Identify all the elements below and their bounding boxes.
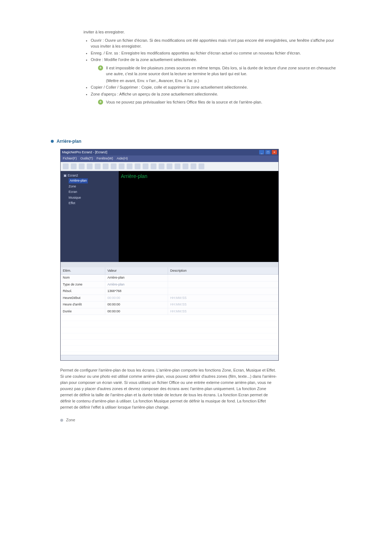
section-heading: Arrière-plan	[51, 138, 341, 145]
bullet-list-2: Copier / Coller / Supprimer : Copie, col…	[51, 84, 341, 97]
workspace: ▣ Ecran2 Arrière-plan Zone Ecran Musique…	[61, 171, 278, 262]
toolbar-button[interactable]	[127, 163, 132, 169]
maximize-icon[interactable]: □	[265, 150, 270, 154]
toolbar	[61, 162, 278, 171]
toolbar-button[interactable]	[79, 163, 85, 169]
col-element: Elém.	[61, 267, 105, 275]
toolbar-button[interactable]	[71, 163, 77, 169]
tree-item[interactable]: Ecran	[69, 189, 116, 195]
canvas-label: Arrière-plan	[121, 173, 147, 180]
toolbar-button[interactable]	[191, 163, 196, 169]
menubar: Fichier(F) Outils(T) Fenêtre(W) Aide(H)	[61, 155, 278, 162]
note-plus-icon: Vous ne pouvez pas prévisualiser les fic…	[98, 99, 341, 105]
tree-item-selected[interactable]: Arrière-plan	[69, 178, 116, 184]
table-row[interactable]: NomArrière-plan	[61, 275, 278, 281]
col-description: Description	[168, 267, 278, 275]
toolbar-button[interactable]	[119, 163, 124, 169]
sheet-hscroll[interactable]	[61, 355, 278, 360]
menu-file[interactable]: Fichier(F)	[63, 156, 77, 161]
menu-help[interactable]: Aide(H)	[117, 156, 128, 161]
tree-root-label: Ecran2	[68, 174, 78, 177]
sheet-rows: NomArrière-planType de zoneArrière-planR…	[61, 275, 278, 315]
list-item: Enreg. / Enr. ss : Enregistre les modifi…	[91, 50, 341, 56]
col-value: Valeur	[105, 267, 168, 275]
note-text: Vous ne pouvez pas prévisualiser les fic…	[106, 100, 262, 104]
toolbar-button[interactable]	[111, 163, 117, 169]
close-icon[interactable]: ×	[272, 150, 277, 154]
sheet-header: Elém. Valeur Description	[61, 267, 278, 275]
list-item: Ordre : Modifie l'ordre de la zone actue…	[91, 57, 341, 63]
toolbar-button[interactable]	[159, 163, 164, 169]
sub-item-label: Zone	[66, 418, 75, 422]
toolbar-button[interactable]	[87, 163, 93, 169]
toolbar-button[interactable]	[151, 163, 156, 169]
intro-tail: inviter à les enregistrer.	[83, 29, 341, 35]
toolbar-button[interactable]	[103, 163, 109, 169]
list-item: Zone d'aperçu : Affiche un aperçu de la …	[91, 91, 341, 97]
toolbar-button[interactable]	[63, 163, 69, 169]
table-row[interactable]: Type de zoneArrière-plan	[61, 281, 278, 288]
bullet-list-1: Ouvrir : Ouvre un fichier d'écran. Si de…	[51, 37, 341, 63]
canvas-preview: Arrière-plan	[119, 171, 278, 262]
note-plus-icon: Il est impossible de lire plusieurs zone…	[98, 65, 341, 77]
sub-item-zone: Zone	[60, 417, 341, 423]
window-title: MagicNetPro Ecran2 - [Ecran2]	[62, 150, 107, 155]
note-subline: (Mettre en avant, Env. v l'arr., Avancer…	[106, 78, 341, 84]
bullet-dot-icon	[51, 140, 54, 143]
window-buttons: _ □ ×	[259, 150, 277, 155]
hscrollbar[interactable]	[61, 262, 278, 267]
toolbar-button[interactable]	[183, 163, 188, 169]
app-window: MagicNetPro Ecran2 - [Ecran2] _ □ × Fich…	[60, 149, 279, 361]
tree-item[interactable]: Effet	[69, 200, 116, 206]
list-item: Ouvrir : Ouvre un fichier d'écran. Si de…	[91, 37, 341, 49]
toolbar-button[interactable]	[199, 163, 204, 169]
sheet-blank	[61, 315, 278, 355]
tree-panel: ▣ Ecran2 Arrière-plan Zone Ecran Musique…	[61, 171, 119, 262]
menu-window[interactable]: Fenêtre(W)	[97, 156, 113, 161]
note-text: Il est impossible de lire plusieurs zone…	[106, 66, 336, 76]
toolbar-button[interactable]	[95, 163, 101, 169]
window-titlebar[interactable]: MagicNetPro Ecran2 - [Ecran2] _ □ ×	[61, 149, 278, 156]
bullet-dot-icon	[60, 419, 63, 422]
list-item: Copier / Coller / Supprimer : Copie, col…	[91, 84, 341, 90]
tree-root[interactable]: ▣ Ecran2	[64, 173, 116, 178]
table-row[interactable]: HeureDébut00:00:00HH:MM:SS	[61, 295, 278, 302]
tree-item[interactable]: Musique	[69, 195, 116, 201]
tree-selected-label: Arrière-plan	[69, 178, 88, 183]
section-paragraph: Permet de configurer l'arrière-plan de t…	[60, 367, 278, 410]
table-row[interactable]: Heure d'arrêt00:00:00HH:MM:SS	[61, 301, 278, 308]
minimize-icon[interactable]: _	[259, 150, 264, 154]
property-sheet: Elém. Valeur Description NomArrière-plan…	[61, 267, 278, 361]
table-row[interactable]: Résol.1366*768	[61, 288, 278, 295]
section-title-text: Arrière-plan	[57, 139, 81, 144]
toolbar-button[interactable]	[167, 163, 172, 169]
toolbar-button[interactable]	[175, 163, 180, 169]
toolbar-button[interactable]	[143, 163, 148, 169]
doc-page: inviter à les enregistrer. Ouvrir : Ouvr…	[0, 0, 392, 555]
tree-item[interactable]: Zone	[69, 184, 116, 190]
toolbar-button[interactable]	[135, 163, 140, 169]
table-row[interactable]: Durée00:00:00HH:MM:SS	[61, 308, 278, 315]
menu-tools[interactable]: Outils(T)	[81, 156, 93, 161]
